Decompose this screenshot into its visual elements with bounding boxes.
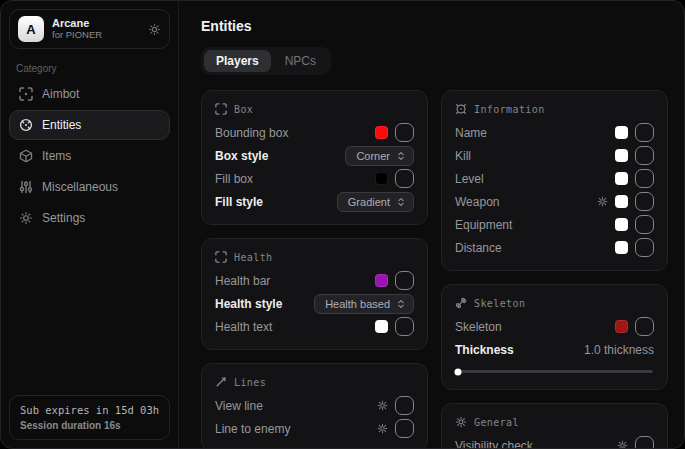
row-label: Weapon	[455, 195, 589, 209]
row-label: Health text	[215, 320, 367, 334]
sun-gear-icon	[455, 416, 467, 428]
app-titles: Arcane for PIONER	[52, 17, 102, 42]
gear-icon	[19, 211, 33, 225]
thickness-value: 1.0 thickness	[584, 343, 654, 357]
session-duration-text: Session duration 16s	[20, 420, 159, 431]
line-to-enemy-settings-icon[interactable]	[377, 423, 388, 434]
level-color-swatch[interactable]	[615, 172, 628, 185]
sidebar-item-label: Items	[42, 149, 71, 163]
row-label: View line	[215, 399, 369, 413]
sidebar-item-aimbot[interactable]: Aimbot	[9, 79, 170, 109]
card-skeleton: Skeleton Skeleton Thickness 1.0 thicknes…	[441, 284, 668, 390]
health-style-select[interactable]: Health based	[314, 294, 414, 314]
crosshair-icon	[19, 87, 33, 101]
distance-color-swatch[interactable]	[615, 241, 628, 254]
view-line-checkbox[interactable]	[395, 396, 414, 415]
row-health-style: Health style Health based	[215, 292, 414, 315]
card-skeleton-header: Skeleton	[455, 297, 654, 309]
row-name: Name	[455, 121, 654, 144]
thickness-slider-handle[interactable]	[454, 368, 461, 375]
app-window: A Arcane for PIONER Category Aimbot	[0, 0, 685, 449]
tab-players[interactable]: Players	[204, 50, 271, 72]
health-text-checkbox[interactable]	[395, 317, 414, 336]
sidebar: A Arcane for PIONER Category Aimbot	[1, 1, 179, 448]
skeleton-color-swatch[interactable]	[615, 320, 628, 333]
equipment-color-swatch[interactable]	[615, 218, 628, 231]
row-label: Skeleton	[455, 320, 607, 334]
name-checkbox[interactable]	[635, 123, 654, 142]
fill-box-color-swatch[interactable]	[375, 172, 388, 185]
chevron-up-down-icon	[396, 299, 406, 309]
tab-npcs[interactable]: NPCs	[273, 50, 328, 72]
chevron-up-down-icon	[396, 197, 406, 207]
entities-icon	[19, 118, 33, 132]
health-bar-checkbox[interactable]	[395, 271, 414, 290]
thickness-slider[interactable]	[456, 370, 653, 373]
header-settings-icon[interactable]	[148, 23, 161, 36]
visibility-check-settings-icon[interactable]	[617, 440, 628, 448]
card-lines: Lines View line Line to enemy	[201, 363, 428, 448]
row-distance: Distance	[455, 236, 654, 259]
kill-checkbox[interactable]	[635, 146, 654, 165]
bounding-box-checkbox[interactable]	[395, 123, 414, 142]
sidebar-item-label: Aimbot	[42, 87, 79, 101]
sidebar-item-items[interactable]: Items	[9, 141, 170, 171]
view-line-settings-icon[interactable]	[377, 400, 388, 411]
sidebar-header: A Arcane for PIONER	[9, 9, 170, 49]
card-general-header: General	[455, 416, 654, 428]
fill-box-checkbox[interactable]	[395, 169, 414, 188]
fill-style-select[interactable]: Gradient	[337, 192, 414, 212]
weapon-settings-icon[interactable]	[597, 196, 608, 207]
card-title: General	[474, 417, 519, 428]
box-style-select[interactable]: Corner	[345, 146, 414, 166]
sidebar-nav: Aimbot Entities Items Miscellaneous	[9, 79, 170, 233]
row-label: Line to enemy	[215, 422, 369, 436]
card-health: Health Health bar Health style Health ba…	[201, 238, 428, 350]
row-label: Equipment	[455, 218, 607, 232]
package-icon	[19, 149, 33, 163]
skeleton-checkbox[interactable]	[635, 317, 654, 336]
row-box-style: Box style Corner	[215, 144, 414, 167]
row-label: Fill box	[215, 172, 367, 186]
row-weapon: Weapon	[455, 190, 654, 213]
card-information: Information Name Kill	[441, 90, 668, 271]
row-health-text: Health text	[215, 315, 414, 338]
row-skeleton: Skeleton	[455, 315, 654, 338]
line-to-enemy-checkbox[interactable]	[395, 419, 414, 438]
row-view-line: View line	[215, 394, 414, 417]
sidebar-item-label: Entities	[42, 118, 81, 132]
selected-value: Health based	[325, 298, 390, 310]
sidebar-item-entities[interactable]: Entities	[9, 110, 170, 140]
selected-value: Corner	[356, 150, 390, 162]
subscription-box: Sub expires in 15d 03h Session duration …	[9, 395, 170, 440]
visibility-check-checkbox[interactable]	[635, 436, 654, 448]
bounding-box-color-swatch[interactable]	[375, 126, 388, 139]
row-fill-style: Fill style Gradient	[215, 190, 414, 213]
row-label: Bounding box	[215, 126, 367, 140]
row-bounding-box: Bounding box	[215, 121, 414, 144]
kill-color-swatch[interactable]	[615, 149, 628, 162]
row-kill: Kill	[455, 144, 654, 167]
name-color-swatch[interactable]	[615, 126, 628, 139]
health-bar-color-swatch[interactable]	[375, 274, 388, 287]
weapon-checkbox[interactable]	[635, 192, 654, 211]
category-label: Category	[16, 63, 170, 74]
sidebar-item-miscellaneous[interactable]: Miscellaneous	[9, 172, 170, 202]
app-name: Arcane	[52, 17, 102, 30]
tab-bar: Players NPCs	[201, 47, 331, 75]
row-visibility-check: Visibility check	[455, 434, 654, 448]
row-label: Health bar	[215, 274, 367, 288]
weapon-color-swatch[interactable]	[615, 195, 628, 208]
row-fill-box: Fill box	[215, 167, 414, 190]
distance-checkbox[interactable]	[635, 238, 654, 257]
equipment-checkbox[interactable]	[635, 215, 654, 234]
sidebar-item-settings[interactable]: Settings	[9, 203, 170, 233]
level-checkbox[interactable]	[635, 169, 654, 188]
card-title: Information	[474, 104, 545, 115]
health-text-color-swatch[interactable]	[375, 320, 388, 333]
row-label: Distance	[455, 241, 607, 255]
card-title: Lines	[234, 377, 266, 388]
row-health-bar: Health bar	[215, 269, 414, 292]
app-subtitle: for PIONER	[52, 30, 102, 41]
card-health-header: Health	[215, 251, 414, 263]
